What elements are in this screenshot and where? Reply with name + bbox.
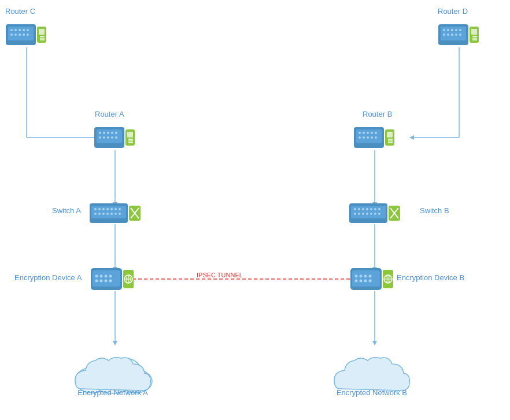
svg-point-56	[99, 132, 101, 134]
enc-b-device	[350, 267, 394, 291]
svg-point-82	[375, 136, 377, 139]
svg-point-79	[363, 136, 365, 139]
svg-point-102	[114, 213, 117, 215]
svg-point-146	[369, 275, 372, 278]
svg-point-121	[374, 213, 376, 215]
encrypted-network-a: Encrypted Network A	[64, 345, 162, 408]
svg-point-96	[119, 208, 121, 210]
svg-point-74	[363, 132, 365, 134]
svg-point-145	[364, 275, 367, 278]
svg-point-30	[23, 34, 25, 36]
svg-point-95	[114, 208, 117, 210]
svg-point-133	[100, 280, 103, 283]
enc-a-label: Encryption Device A	[14, 273, 82, 282]
svg-point-42	[455, 29, 457, 31]
svg-point-148	[360, 280, 363, 283]
svg-point-103	[119, 213, 121, 215]
svg-point-94	[110, 208, 113, 210]
router-b-device	[354, 125, 396, 150]
enc-b-label: Encryption Device B	[397, 273, 464, 282]
svg-rect-142	[352, 270, 380, 287]
svg-point-44	[443, 34, 445, 36]
svg-point-65	[115, 136, 117, 139]
svg-point-61	[99, 136, 101, 139]
svg-point-97	[94, 213, 97, 215]
svg-point-59	[111, 132, 113, 134]
svg-point-113	[370, 208, 372, 210]
svg-point-23	[14, 29, 17, 31]
svg-point-92	[102, 208, 105, 210]
svg-rect-89	[91, 206, 126, 218]
svg-point-48	[459, 34, 461, 36]
router-d-device	[438, 22, 480, 47]
svg-rect-72	[356, 129, 382, 143]
svg-point-118	[362, 213, 364, 215]
svg-point-130	[105, 275, 108, 278]
router-c-device	[6, 22, 47, 47]
svg-rect-108	[351, 206, 386, 218]
svg-point-93	[106, 208, 109, 210]
svg-point-150	[369, 280, 372, 283]
svg-point-45	[447, 34, 449, 36]
svg-point-63	[107, 136, 109, 139]
svg-point-58	[107, 132, 109, 134]
svg-rect-21	[8, 27, 34, 40]
router-c-label: Router C	[5, 7, 35, 16]
svg-rect-50	[471, 29, 477, 35]
svg-point-128	[95, 275, 98, 278]
svg-point-73	[359, 132, 361, 134]
switch-b-label: Switch B	[420, 206, 449, 215]
svg-point-112	[366, 208, 368, 210]
switch-a-label: Switch A	[52, 206, 81, 215]
svg-point-47	[455, 34, 457, 36]
svg-point-80	[367, 136, 369, 139]
net-a-label: Encrypted Network A	[64, 388, 162, 397]
encrypted-network-b: Encrypted Network B	[323, 345, 421, 408]
svg-point-25	[23, 29, 25, 31]
router-a-device	[94, 125, 136, 150]
svg-point-120	[370, 213, 372, 215]
svg-point-109	[354, 208, 356, 210]
svg-point-90	[94, 208, 97, 210]
svg-rect-38	[441, 27, 466, 40]
svg-point-91	[98, 208, 101, 210]
enc-a-device	[91, 267, 135, 291]
svg-point-117	[358, 213, 360, 215]
svg-point-149	[364, 280, 367, 283]
svg-point-132	[95, 280, 98, 283]
svg-point-135	[109, 280, 112, 283]
net-b-label: Encrypted Network B	[323, 388, 421, 397]
svg-point-81	[371, 136, 373, 139]
svg-marker-17	[113, 341, 117, 345]
svg-point-27	[10, 34, 13, 36]
svg-point-62	[103, 136, 105, 139]
svg-point-115	[378, 208, 380, 210]
svg-point-101	[110, 213, 113, 215]
svg-point-75	[367, 132, 369, 134]
svg-point-98	[98, 213, 101, 215]
switch-a-device	[90, 202, 142, 224]
svg-point-131	[109, 275, 112, 278]
svg-point-100	[106, 213, 109, 215]
svg-point-24	[19, 29, 21, 31]
svg-point-114	[374, 208, 376, 210]
svg-point-134	[105, 280, 108, 283]
svg-point-110	[358, 208, 360, 210]
svg-point-29	[19, 34, 21, 36]
svg-point-31	[27, 34, 29, 36]
svg-point-143	[355, 275, 358, 278]
svg-point-39	[443, 29, 445, 31]
svg-marker-5	[409, 135, 414, 140]
svg-point-60	[115, 132, 117, 134]
svg-point-78	[359, 136, 361, 139]
svg-point-122	[378, 213, 380, 215]
svg-point-40	[447, 29, 449, 31]
svg-point-64	[111, 136, 113, 139]
svg-rect-55	[97, 129, 122, 143]
svg-point-41	[451, 29, 453, 31]
svg-rect-33	[39, 29, 45, 35]
svg-point-22	[10, 29, 13, 31]
svg-rect-127	[93, 270, 120, 287]
svg-rect-67	[127, 132, 133, 137]
router-b-label: Router B	[363, 110, 392, 118]
